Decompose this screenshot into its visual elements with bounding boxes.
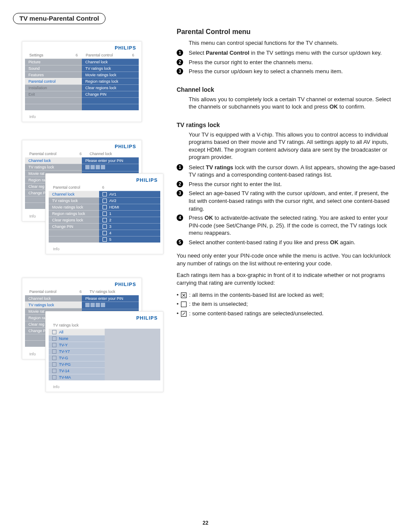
menu-spacer xyxy=(105,329,161,380)
menu-item[interactable]: Features xyxy=(25,72,82,78)
heading-channel-lock: Channel lock xyxy=(177,86,396,94)
rating-label: None xyxy=(59,336,68,341)
channel-check-item[interactable]: 5 xyxy=(99,236,160,243)
rating-item[interactable]: TV-PG xyxy=(49,361,105,367)
rating-label: TV-PG xyxy=(59,362,71,367)
menu-item[interactable]: TV ratings lock xyxy=(49,197,99,204)
channel-check-item[interactable]: HDMI xyxy=(99,204,160,210)
menu-item[interactable]: Region ratings lock xyxy=(49,210,99,217)
menu-item-selected[interactable]: Channel lock xyxy=(25,157,82,164)
left-header: Parental control xyxy=(29,289,77,294)
checkbox-empty-icon xyxy=(181,302,187,307)
rating-item[interactable]: TV-G xyxy=(49,355,105,361)
rating-item[interactable]: TV-14 xyxy=(49,367,105,374)
pin-boxes[interactable] xyxy=(82,302,139,309)
right-header: Parental control xyxy=(81,53,129,57)
checkbox-slash-icon xyxy=(181,311,187,317)
tvr-step-1: Select TV ratings lock with the cursor d… xyxy=(177,164,396,179)
legend-slash: • : some content-based ratings are selec… xyxy=(177,310,396,317)
menu-item[interactable]: Installation xyxy=(25,84,82,91)
channel-lock-body: This allows you to completely lock a cer… xyxy=(189,96,396,111)
menu-spacer xyxy=(49,230,99,236)
channel-check-item[interactable]: AV1 xyxy=(99,191,160,197)
parental-steps: Select Parental Control in the TV settin… xyxy=(177,49,396,75)
menu-spacer xyxy=(49,236,99,243)
right-header xyxy=(107,185,159,190)
right-header: Channel lock xyxy=(84,152,137,156)
submenu-item[interactable]: TV ratings lock xyxy=(82,65,139,72)
tvr-step-2: Press the cursor right to enter the list… xyxy=(177,180,396,188)
left-header: Parental control xyxy=(53,185,100,190)
rating-item-selected[interactable]: All xyxy=(49,329,105,335)
menu-header: TV ratings lock xyxy=(49,322,160,329)
submenu-item[interactable]: Clear regions lock xyxy=(82,84,139,91)
left-header: Settings xyxy=(29,53,73,57)
box-graphic-paragraph: Each ratings item has a box-graphic in f… xyxy=(177,271,396,286)
channel-check-item[interactable]: 1 xyxy=(99,210,160,217)
header-num: 6 xyxy=(73,53,81,57)
ratings-right-empty xyxy=(105,329,161,380)
tvr-steps: Select TV ratings lock with the cursor d… xyxy=(177,164,396,246)
check-label: 3 xyxy=(109,224,112,229)
page-title: TV menu-Parental Control xyxy=(19,15,99,22)
submenu-item[interactable]: Region ratings lock xyxy=(82,78,139,84)
channel-check-item[interactable]: AV2 xyxy=(99,197,160,204)
content-column: Parental Control menu This menu can cont… xyxy=(177,24,396,319)
menu-spacer xyxy=(82,104,139,110)
header-num: 6 xyxy=(77,152,84,156)
channel-check-item[interactable]: 3 xyxy=(99,223,160,230)
menu-item-selected[interactable]: TV ratings lock xyxy=(25,302,82,308)
menu-body: All None TV-Y TV-Y7 TV-G TV-PG TV-14 TV-… xyxy=(49,329,160,380)
legend-bullets: • : all items in the contents-based list… xyxy=(177,291,396,317)
page-title-pill: TV menu-Parental Control xyxy=(13,13,106,24)
check-label: AV2 xyxy=(109,199,116,203)
channel-check-item[interactable]: 2 xyxy=(99,217,160,223)
rating-label: TV-14 xyxy=(59,369,69,373)
menu-right-col: Channel lock TV ratings lock Movie ratin… xyxy=(82,59,139,110)
channel-check-item[interactable]: 4 xyxy=(99,230,160,236)
menu-header: Parental control 6 Channel lock xyxy=(25,151,139,157)
tvr-step-5: Select another content-based rating if y… xyxy=(177,239,396,246)
check-label: 2 xyxy=(109,218,112,222)
rating-label: All xyxy=(59,330,63,334)
step-1: Select Parental Control in the TV settin… xyxy=(177,49,396,57)
rating-item[interactable]: TV-Y7 xyxy=(49,348,105,355)
menu-header: Parental control 6 TV ratings lock xyxy=(25,289,139,295)
menu-item-selected[interactable]: Parental control xyxy=(25,78,82,84)
menu-spacer xyxy=(25,104,82,110)
brand-logo: PHILIPS xyxy=(49,314,160,322)
submenu-item[interactable]: Channel lock xyxy=(82,59,139,65)
menu-item[interactable]: Clear regions lock xyxy=(49,217,99,223)
parental-intro: This menu can control special functions … xyxy=(189,39,396,47)
tvr-step-3: Select an age-based TV rating with the c… xyxy=(177,190,396,212)
pin-prompt: Please enter your PIN xyxy=(82,295,139,302)
legend-x: • : all items in the contents-based list… xyxy=(177,291,396,299)
menu-body: Picture Sound Features Parental control … xyxy=(25,59,139,110)
info-label: Info xyxy=(25,110,139,120)
legend-empty: • : the item is unselected; xyxy=(177,300,396,308)
ratings-list: All None TV-Y TV-Y7 TV-G TV-PG TV-14 TV-… xyxy=(49,329,105,380)
submenu-item[interactable]: Change PIN xyxy=(82,91,139,97)
menu-item[interactable]: Sound xyxy=(25,65,82,72)
menu-left-col: Picture Sound Features Parental control … xyxy=(25,59,82,110)
rating-label: TV-MA xyxy=(59,375,71,380)
header-num: 6 xyxy=(100,185,107,190)
info-label: Info xyxy=(49,243,160,252)
menu-item[interactable]: Channel lock xyxy=(25,295,82,302)
menu-item-selected[interactable]: Channel lock xyxy=(49,191,99,197)
pin-prompt: Please enter your PIN xyxy=(82,157,139,164)
submenu-item[interactable]: Movie ratings lock xyxy=(82,72,139,78)
check-label: AV1 xyxy=(109,192,116,196)
pin-once-paragraph: You need only enter your PIN-code once w… xyxy=(177,252,396,267)
rating-item[interactable]: TV-MA xyxy=(49,374,105,380)
menu-item[interactable]: TV ratings lock xyxy=(25,164,82,170)
menu-body: Channel lock TV ratings lock Movie ratin… xyxy=(49,191,160,243)
menu-item[interactable]: Movie ratings lock xyxy=(49,204,99,210)
rating-item[interactable]: TV-Y xyxy=(49,342,105,348)
menu-item[interactable]: Change PIN xyxy=(49,223,99,230)
check-label: 4 xyxy=(109,231,112,235)
rating-item[interactable]: None xyxy=(49,335,105,342)
menu-item[interactable]: Picture xyxy=(25,59,82,65)
menu-item[interactable]: Exit xyxy=(25,91,82,97)
pin-boxes[interactable] xyxy=(82,164,139,171)
